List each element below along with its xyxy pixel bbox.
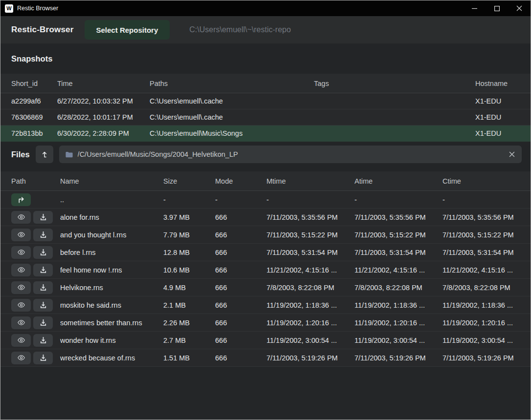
- file-row[interactable]: sometimes better than.rns 2.26 MB 666 11…: [0, 314, 531, 332]
- clear-path-button[interactable]: [508, 150, 516, 158]
- file-actions: [11, 316, 60, 329]
- snapshot-time: 6/30/2022, 2:28:09 PM: [57, 129, 150, 137]
- files-title: Files: [11, 150, 30, 159]
- file-name: wonder how it.rns: [60, 336, 163, 344]
- file-actions: [11, 299, 60, 312]
- preview-file-button[interactable]: [11, 334, 31, 347]
- eye-icon: [17, 337, 25, 343]
- preview-file-button[interactable]: [11, 352, 31, 364]
- file-size: 7.79 MB: [163, 231, 215, 239]
- download-icon: [40, 249, 47, 256]
- preview-file-button[interactable]: [11, 229, 31, 241]
- files-toolbar: Files /C/Users/emuell/Music/Songs/2004_H…: [0, 142, 531, 167]
- file-actions: [11, 352, 60, 364]
- file-mode: 666: [215, 319, 266, 327]
- file-row[interactable]: wrecked because of.rns 1.51 MB 666 7/11/…: [0, 349, 531, 367]
- file-atime: 11/19/2002, 1:18:36 ...: [354, 301, 442, 309]
- download-icon: [40, 213, 47, 221]
- snapshot-paths: C:\Users\emuell\Music\Songs: [150, 129, 314, 137]
- download-file-button[interactable]: [33, 281, 53, 294]
- snapshot-time: 6/27/2022, 10:03:32 PM: [57, 97, 150, 105]
- file-mode: 666: [215, 213, 266, 221]
- file-row[interactable]: .. - - - - -: [0, 191, 531, 209]
- file-row[interactable]: wonder how it.rns 2.7 MB 666 11/19/2002,…: [0, 332, 531, 349]
- current-path-input[interactable]: /C/Users/emuell/Music/Songs/2004_Helveti…: [59, 146, 522, 163]
- download-file-button[interactable]: [33, 334, 53, 347]
- file-name: before l.rns: [60, 249, 163, 256]
- file-atime: 7/11/2003, 5:31:54 PM: [354, 249, 442, 256]
- file-atime: -: [354, 196, 442, 204]
- download-file-button[interactable]: [33, 299, 53, 312]
- snapshot-row[interactable]: a2299af6 6/27/2022, 10:03:32 PM C:\Users…: [0, 93, 531, 109]
- file-mode: 666: [215, 231, 266, 239]
- snapshot-row[interactable]: 72b813bb 6/30/2022, 2:28:09 PM C:\Users\…: [0, 126, 531, 142]
- minimize-button[interactable]: [463, 0, 486, 16]
- snapshot-short-id: 76306869: [11, 113, 57, 121]
- column-header-mtime: Mtime: [266, 177, 354, 185]
- download-file-button[interactable]: [33, 229, 53, 241]
- file-atime: 11/21/2002, 4:15:16 ...: [354, 266, 442, 274]
- app-window: W Restic Browser Restic-Browser Select R…: [0, 0, 531, 420]
- file-row[interactable]: Helvikone.rns 4.9 MB 666 7/8/2003, 8:22:…: [0, 279, 531, 296]
- download-file-button[interactable]: [33, 316, 53, 329]
- file-mode: 666: [215, 354, 266, 362]
- file-mtime: 11/19/2002, 1:18:36 ...: [266, 301, 354, 309]
- file-ctime: 11/19/2002, 1:18:36 ...: [442, 301, 531, 309]
- preview-file-button[interactable]: [11, 246, 31, 259]
- download-file-button[interactable]: [33, 264, 53, 276]
- download-icon: [40, 284, 47, 291]
- file-actions: [11, 246, 60, 259]
- snapshots-section-header: Snapshots: [0, 43, 531, 74]
- download-icon: [40, 266, 47, 273]
- file-row[interactable]: before l.rns 12.8 MB 666 7/11/2003, 5:31…: [0, 244, 531, 261]
- file-size: 1.51 MB: [163, 354, 215, 362]
- file-size: 2.1 MB: [163, 301, 215, 309]
- preview-file-button[interactable]: [11, 281, 31, 294]
- level-up-icon: [40, 150, 49, 159]
- column-header-short-id: Short_id: [11, 80, 57, 87]
- file-row[interactable]: feel home now !.rns 10.6 MB 666 11/21/20…: [0, 261, 531, 279]
- file-ctime: 7/11/2003, 5:31:54 PM: [442, 249, 531, 256]
- file-mtime: 11/19/2002, 3:00:54 ...: [266, 336, 354, 344]
- snapshots-title: Snapshots: [11, 54, 52, 63]
- preview-file-button[interactable]: [11, 264, 31, 276]
- file-atime: 7/8/2003, 8:22:08 PM: [354, 284, 442, 292]
- download-file-button[interactable]: [33, 211, 53, 224]
- file-actions: [11, 193, 60, 206]
- eye-icon: [17, 267, 25, 273]
- go-up-directory-button[interactable]: [11, 193, 31, 206]
- column-header-hostname: Hostname: [475, 80, 531, 87]
- file-ctime: -: [442, 196, 531, 204]
- select-repository-button[interactable]: Select Repository: [85, 20, 170, 40]
- window-controls: [463, 0, 531, 16]
- eye-icon: [17, 214, 25, 220]
- maximize-button[interactable]: [486, 0, 508, 16]
- file-name: wrecked because of.rns: [60, 354, 163, 362]
- file-actions: [11, 281, 60, 294]
- preview-file-button[interactable]: [11, 211, 31, 224]
- download-icon: [40, 231, 47, 238]
- file-row[interactable]: alone for.rns 3.97 MB 666 7/11/2003, 5:3…: [0, 209, 531, 226]
- download-file-button[interactable]: [33, 246, 53, 259]
- file-name: alone for.rns: [60, 213, 163, 221]
- preview-file-button[interactable]: [11, 316, 31, 329]
- close-button[interactable]: [508, 0, 531, 16]
- files-table-body: .. - - - - - alone for.rns: [0, 191, 531, 367]
- preview-file-button[interactable]: [11, 299, 31, 312]
- file-mtime: 11/19/2002, 1:20:16 ...: [266, 319, 354, 327]
- file-row[interactable]: and you thought l.rns 7.79 MB 666 7/11/2…: [0, 226, 531, 244]
- snapshot-hostname: X1-EDU: [475, 129, 531, 137]
- download-icon: [40, 336, 47, 344]
- file-size: 2.26 MB: [163, 319, 215, 327]
- parent-directory-button[interactable]: [36, 146, 53, 163]
- file-name: and you thought l.rns: [60, 231, 163, 239]
- file-row[interactable]: moskito he said.rns 2.1 MB 666 11/19/200…: [0, 296, 531, 314]
- download-file-button[interactable]: [33, 352, 53, 364]
- repository-path-label: C:\Users\emuell\~\restic-repo: [189, 25, 291, 34]
- snapshot-short-id: 72b813bb: [11, 129, 57, 137]
- eye-icon: [17, 319, 25, 326]
- column-header-path: Path: [11, 177, 60, 185]
- snapshot-row[interactable]: 76306869 6/28/2022, 10:01:17 PM C:\Users…: [0, 109, 531, 126]
- file-ctime: 11/19/2002, 1:20:16 ...: [442, 319, 531, 327]
- download-icon: [40, 354, 47, 361]
